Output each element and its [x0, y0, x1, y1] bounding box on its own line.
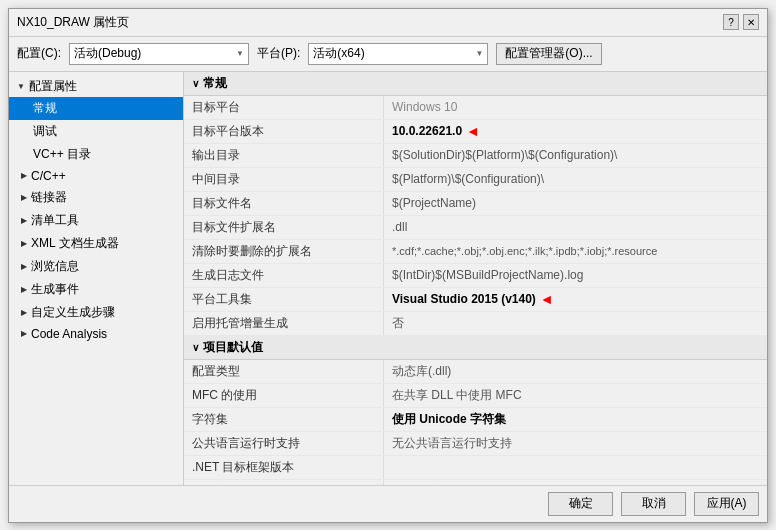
red-arrow-2: ◄ [540, 291, 554, 307]
prop-name: MFC 的使用 [184, 384, 384, 407]
prop-name: 启用托管增量生成 [184, 312, 384, 335]
prop-row-platform-toolset[interactable]: 平台工具集 Visual Studio 2015 (v140) ◄ [184, 288, 767, 312]
prop-name: 公共语言运行时支持 [184, 432, 384, 455]
tree-item-vcpp-dirs[interactable]: VC++ 目录 [9, 143, 183, 166]
prop-name: 中间目录 [184, 168, 384, 191]
prop-value: $(IntDir)$(MSBuildProjectName).log [384, 264, 767, 287]
prop-row-target-version[interactable]: 目标平台版本 10.0.22621.0 ◄ [184, 120, 767, 144]
prop-row-target-platform[interactable]: 目标平台 Windows 10 [184, 96, 767, 120]
red-arrow-1: ◄ [466, 123, 480, 139]
prop-row-int-dir[interactable]: 中间目录 $(Platform)\$(Configuration)\ [184, 168, 767, 192]
prop-name: 目标文件名 [184, 192, 384, 215]
prop-row-clean-ext[interactable]: 清除时要删除的扩展名 *.cdf;*.cache;*.obj;*.obj.enc… [184, 240, 767, 264]
ok-button[interactable]: 确定 [548, 492, 613, 516]
prop-value: 否 [384, 312, 767, 335]
prop-value: Visual Studio 2015 (v140) ◄ [384, 288, 767, 311]
tree-group-browse[interactable]: 浏览信息 [9, 255, 183, 278]
prop-row-target-ext[interactable]: 目标文件扩展名 .dll [184, 216, 767, 240]
prop-value: Windows 10 [384, 96, 767, 119]
tree-group-manifest[interactable]: 清单工具 [9, 209, 183, 232]
prop-name: 配置类型 [184, 360, 384, 383]
prop-value [384, 456, 767, 479]
prop-value: .dll [384, 216, 767, 239]
prop-row-config-type[interactable]: 配置类型 动态库(.dll) [184, 360, 767, 384]
right-panel-scroll[interactable]: 常规 目标平台 Windows 10 目标平台版本 10.0.22621.0 ◄ [184, 72, 767, 485]
main-content: 配置属性 常规 调试 VC++ 目录 C/C++ 链接器 清单工具 XML 文档… [9, 72, 767, 485]
prop-row-clr[interactable]: 公共语言运行时支持 无公共语言运行时支持 [184, 432, 767, 456]
tree-item-debug[interactable]: 调试 [9, 120, 183, 143]
tree-group-build-events[interactable]: 生成事件 [9, 278, 183, 301]
apply-button[interactable]: 应用(A) [694, 492, 759, 516]
platform-select-arrow: ▼ [475, 49, 483, 58]
dialog-title: NX10_DRAW 属性页 [17, 14, 129, 31]
prop-value: 使用 Unicode 字符集 [384, 408, 767, 431]
config-label: 配置(C): [17, 45, 61, 62]
prop-name: 目标平台版本 [184, 120, 384, 143]
tree-group-code-analysis[interactable]: Code Analysis [9, 324, 183, 344]
tree-group-linker[interactable]: 链接器 [9, 186, 183, 209]
prop-row-managed-incremental[interactable]: 启用托管增量生成 否 [184, 312, 767, 336]
prop-value: $(SolutionDir)$(Platform)\$(Configuratio… [384, 144, 767, 167]
prop-name: 目标文件扩展名 [184, 216, 384, 239]
tree-group-cpp[interactable]: C/C++ [9, 166, 183, 186]
prop-value: $(ProjectName) [384, 192, 767, 215]
prop-row-net-framework[interactable]: .NET 目标框架版本 [184, 456, 767, 480]
prop-name: 平台工具集 [184, 288, 384, 311]
tree-item-general[interactable]: 常规 [9, 97, 183, 120]
section-defaults: 项目默认值 [184, 336, 767, 360]
prop-name: 输出目录 [184, 144, 384, 167]
prop-row-target-name[interactable]: 目标文件名 $(ProjectName) [184, 192, 767, 216]
platform-label: 平台(P): [257, 45, 300, 62]
config-select-arrow: ▼ [236, 49, 244, 58]
button-bar: 确定 取消 应用(A) [9, 485, 767, 522]
tree-root[interactable]: 配置属性 [9, 76, 183, 97]
prop-value: 10.0.22621.0 ◄ [384, 120, 767, 143]
prop-value: $(Platform)\$(Configuration)\ [384, 168, 767, 191]
prop-name: 清除时要删除的扩展名 [184, 240, 384, 263]
prop-name: 字符集 [184, 408, 384, 431]
prop-value: 无公共语言运行时支持 [384, 432, 767, 455]
title-controls: ? ✕ [723, 14, 759, 30]
prop-value: 动态库(.dll) [384, 360, 767, 383]
title-bar: NX10_DRAW 属性页 ? ✕ [9, 9, 767, 37]
prop-row-build-log[interactable]: 生成日志文件 $(IntDir)$(MSBuildProjectName).lo… [184, 264, 767, 288]
prop-name: 生成日志文件 [184, 264, 384, 287]
help-button[interactable]: ? [723, 14, 739, 30]
cancel-button[interactable]: 取消 [621, 492, 686, 516]
tree-group-xml[interactable]: XML 文档生成器 [9, 232, 183, 255]
left-panel: 配置属性 常规 调试 VC++ 目录 C/C++ 链接器 清单工具 XML 文档… [9, 72, 184, 485]
config-manager-button[interactable]: 配置管理器(O)... [496, 43, 601, 65]
right-panel-wrapper: 常规 目标平台 Windows 10 目标平台版本 10.0.22621.0 ◄ [184, 72, 767, 485]
prop-name: 目标平台 [184, 96, 384, 119]
config-bar: 配置(C): 活动(Debug) ▼ 平台(P): 活动(x64) ▼ 配置管理… [9, 37, 767, 72]
tree-group-custom-build[interactable]: 自定义生成步骤 [9, 301, 183, 324]
prop-value: 在共享 DLL 中使用 MFC [384, 384, 767, 407]
prop-value: *.cdf;*.cache;*.obj;*.obj.enc;*.ilk;*.ip… [384, 240, 767, 263]
properties-dialog: NX10_DRAW 属性页 ? ✕ 配置(C): 活动(Debug) ▼ 平台(… [8, 8, 768, 523]
close-button[interactable]: ✕ [743, 14, 759, 30]
prop-row-mfc-use[interactable]: MFC 的使用 在共享 DLL 中使用 MFC [184, 384, 767, 408]
config-select[interactable]: 活动(Debug) ▼ [69, 43, 249, 65]
section-general: 常规 [184, 72, 767, 96]
platform-select[interactable]: 活动(x64) ▼ [308, 43, 488, 65]
prop-row-charset[interactable]: 字符集 使用 Unicode 字符集 [184, 408, 767, 432]
prop-name: .NET 目标框架版本 [184, 456, 384, 479]
prop-row-output-dir[interactable]: 输出目录 $(SolutionDir)$(Platform)\$(Configu… [184, 144, 767, 168]
